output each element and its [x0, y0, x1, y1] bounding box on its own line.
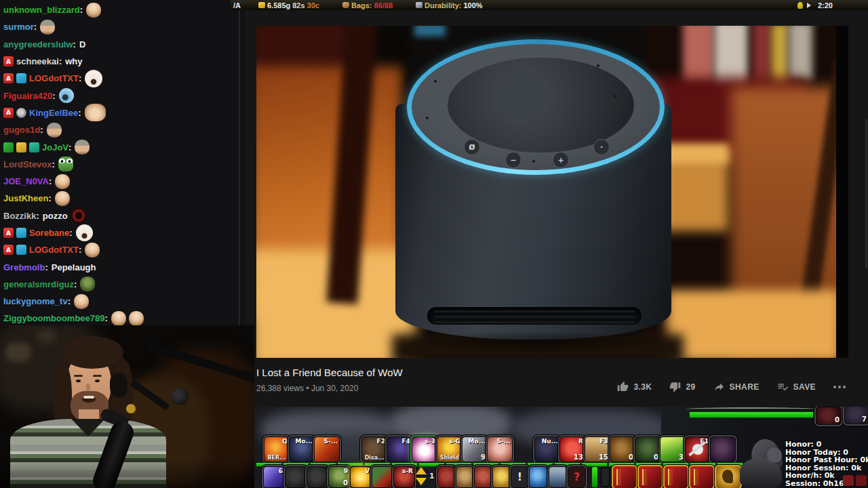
bag-slot-book[interactable]: [637, 465, 663, 488]
action-slot[interactable]: s-GShield: [437, 436, 462, 462]
action-slot[interactable]: F2Disa...: [361, 436, 387, 462]
action-slot[interactable]: S-...: [314, 436, 340, 462]
action-slot[interactable]: F4: [387, 436, 412, 462]
save-playlist-icon: [777, 381, 789, 392]
micromenu-achievements-button[interactable]: [492, 466, 511, 488]
save-button[interactable]: SAVE: [777, 381, 816, 392]
chat-message: JoJoV:: [0, 138, 245, 155]
action-slot[interactable]: 3: [660, 436, 686, 462]
speaker-mute-button: Ø: [464, 139, 480, 155]
chat-username[interactable]: generalsmrdiguz: [3, 279, 74, 289]
action-slot[interactable]: R13: [559, 436, 585, 462]
page-scrollbar[interactable]: [865, 119, 867, 268]
chat-colon: :: [49, 176, 52, 186]
bag-slot-book[interactable]: [663, 465, 689, 488]
page-down-arrow-icon[interactable]: [416, 478, 427, 485]
chat-username[interactable]: LordStevox: [3, 159, 52, 169]
chat-username[interactable]: Grebmolb: [3, 262, 45, 272]
more-actions-button[interactable]: [833, 386, 846, 388]
bag-slot-book[interactable]: [689, 465, 715, 488]
chat-username[interactable]: Ziggyboomboombee789: [3, 313, 105, 323]
emote-bald-head: [129, 311, 144, 326]
emote-bald-head: [55, 174, 70, 189]
share-label: SHARE: [730, 382, 760, 392]
bag-slot-book[interactable]: [612, 465, 637, 488]
chat-username[interactable]: LOGdotTXT: [29, 73, 79, 83]
action-slot[interactable]: s-R: [393, 466, 415, 488]
micromenu-social-button[interactable]: [529, 466, 547, 488]
action-slot[interactable]: 0: [610, 436, 635, 462]
action-slot[interactable]: S-...: [487, 436, 513, 462]
chat-scrollbar[interactable]: [239, 0, 240, 325]
action-slot[interactable]: V: [350, 466, 372, 488]
micromenu-character-button[interactable]: [437, 466, 456, 488]
chat-username[interactable]: JOE_N0VA: [3, 176, 49, 186]
action-slot[interactable]: Nu...: [534, 436, 560, 462]
action-slot[interactable]: Mo...9: [462, 436, 488, 462]
micromenu-quests-button[interactable]: !: [511, 466, 529, 488]
action-slot[interactable]: Mo...: [289, 436, 315, 462]
speaker-mic-dot: [532, 160, 535, 163]
gold-coin-icon: [258, 2, 265, 8]
emote-sad-blue: [59, 88, 74, 103]
micromenu-help-button[interactable]: ?: [568, 466, 586, 488]
chat-username[interactable]: unknown_blizzard: [3, 5, 80, 15]
youtube-video-player[interactable]: Ø − + ·: [256, 26, 848, 358]
action-slot[interactable]: F1: [685, 436, 711, 462]
chat-username[interactable]: luckygnome_tv: [3, 296, 68, 306]
chat-username[interactable]: Bozzikk: [3, 211, 36, 221]
ammo-slot[interactable]: 0: [816, 407, 842, 425]
micromenu-talents-button[interactable]: [474, 466, 492, 488]
action-slot-empty[interactable]: [307, 466, 328, 488]
topbar-channel: /A: [233, 1, 241, 9]
bag-slot[interactable]: 7: [844, 407, 868, 424]
bag-bar-toggle[interactable]: [601, 468, 610, 487]
chat-username[interactable]: Figuaira420: [3, 91, 52, 101]
chat-text: D: [79, 39, 85, 49]
action-slot[interactable]: [710, 436, 736, 462]
streamer-teeth: [83, 396, 94, 399]
topbar-durability[interactable]: Durability: 100%: [416, 1, 483, 9]
like-button[interactable]: 3.3K: [617, 381, 652, 392]
chat-colon: :: [105, 313, 108, 323]
youtube-page: Ø − + · I Lost a Friend Because of WoW 2…: [245, 10, 868, 407]
chat-message: Grebmolb: Pepelaugh: [0, 258, 245, 275]
thumbs-down-icon: [669, 381, 681, 392]
chat-username[interactable]: schneekai: [16, 56, 59, 66]
chat-colon: :: [40, 125, 43, 135]
topbar-clock[interactable]: 2:20: [797, 1, 833, 9]
chat-username[interactable]: JoJoV: [42, 142, 68, 152]
micromenu-spellbook-button[interactable]: [456, 466, 474, 488]
chat-username[interactable]: Sorebane: [29, 228, 69, 238]
topbar-bags[interactable]: Bags: 86/88: [342, 1, 393, 9]
action-slot[interactable]: 90: [328, 466, 350, 488]
page-up-arrow-icon[interactable]: [416, 467, 427, 474]
chat-username[interactable]: KingEelBee: [29, 108, 78, 118]
micromenu-system-button[interactable]: [549, 466, 567, 488]
action-slot[interactable]: 0: [635, 436, 660, 462]
topbar-money[interactable]: 6.585g 82s 30c: [258, 1, 319, 9]
chat-username[interactable]: JustKheen: [3, 193, 48, 203]
action-slot[interactable]: [372, 466, 393, 488]
action-slot[interactable]: QBER...: [264, 436, 290, 462]
chat-username[interactable]: LOGdotTXT: [29, 245, 79, 255]
badge-subscriber: A: [3, 108, 14, 118]
dislike-button[interactable]: 29: [669, 381, 695, 392]
action-slot[interactable]: F315: [585, 436, 610, 462]
backpack-eagle-button[interactable]: [715, 465, 742, 488]
chat-username[interactable]: gugos1d: [3, 125, 40, 135]
speaker-mic-hole: [434, 80, 437, 83]
chat-username[interactable]: surmor: [3, 22, 34, 32]
share-button[interactable]: SHARE: [713, 381, 760, 392]
streamer-eyebrow: [74, 375, 83, 377]
action-slot-empty[interactable]: [285, 466, 307, 488]
chat-message: Bozzikk: pozzo: [0, 207, 245, 224]
action-slot[interactable]: s-3: [412, 436, 437, 462]
chat-username[interactable]: anygreederslulw: [3, 39, 73, 49]
chat-message: surmor:: [0, 18, 245, 35]
action-slot[interactable]: 6: [263, 466, 285, 488]
chat-colon: :: [59, 56, 62, 66]
speaker-action-button: ·: [593, 139, 610, 155]
badge-bits: [16, 228, 26, 238]
hammer-icon: [416, 2, 422, 8]
